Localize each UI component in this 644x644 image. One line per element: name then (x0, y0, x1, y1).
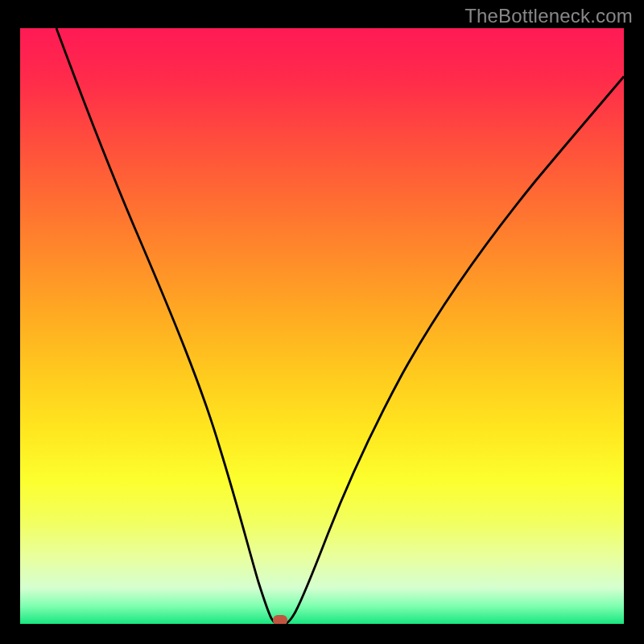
curve-path (56, 28, 624, 624)
bottleneck-curve (20, 28, 624, 624)
optimal-point-marker (273, 615, 287, 624)
watermark-text: TheBottleneck.com (464, 5, 633, 27)
plot-area (20, 28, 624, 624)
